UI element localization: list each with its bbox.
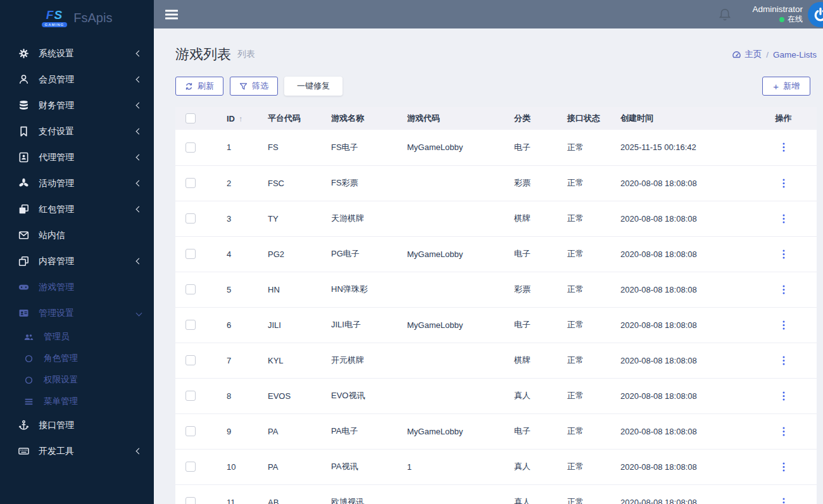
cell-category: 棋牌 — [504, 201, 557, 236]
sidebar-item[interactable]: 支付设置 — [0, 118, 154, 144]
sidebar-item[interactable]: 接口管理 — [0, 412, 154, 438]
notification-bell-icon[interactable] — [718, 7, 732, 22]
column-header-category: 分类 — [504, 107, 557, 130]
logout-power-button[interactable] — [808, 2, 823, 27]
sidebar-subitem-label: 管理员 — [44, 331, 141, 343]
row-checkbox[interactable] — [185, 249, 196, 259]
row-checkbox[interactable] — [185, 462, 196, 472]
user-name: Administrator — [752, 4, 803, 15]
row-actions-kebab-icon[interactable] — [779, 176, 789, 191]
cell-game-code: MyGameLobby — [397, 413, 504, 449]
brand-logo[interactable]: FS GAMING FsApis — [0, 0, 154, 35]
chevron-icon — [136, 448, 142, 455]
row-checkbox[interactable] — [185, 213, 196, 224]
power-icon — [814, 8, 823, 22]
topbar: Administrator 在线 — [154, 0, 823, 28]
cell-game-code — [397, 343, 504, 378]
cell-game-code — [397, 165, 504, 201]
cell-game-name: JILI电子 — [321, 307, 397, 343]
row-checkbox[interactable] — [185, 142, 196, 153]
row-checkbox[interactable] — [185, 320, 196, 330]
row-actions-kebab-icon[interactable] — [779, 282, 789, 297]
row-actions-kebab-icon[interactable] — [779, 140, 789, 154]
sidebar-item[interactable]: 管理设置 — [0, 300, 154, 326]
filter-button-label: 筛选 — [252, 80, 268, 92]
row-actions-kebab-icon[interactable] — [779, 318, 789, 332]
fs-gaming-logo-icon: FS GAMING — [42, 9, 68, 27]
sidebar-item[interactable]: 活动管理 — [0, 170, 154, 196]
filter-icon — [239, 82, 248, 91]
column-header-id[interactable]: ID↑ — [217, 107, 258, 130]
breadcrumb-home-link[interactable]: 主页 — [732, 49, 762, 60]
sidebar-item-label: 支付设置 — [39, 126, 137, 137]
cell-platform-code: JILI — [258, 307, 321, 343]
sidebar-item[interactable]: 财务管理 — [0, 92, 154, 118]
cell-id: 5 — [217, 272, 258, 307]
refresh-button[interactable]: 刷新 — [175, 77, 223, 96]
cell-id: 3 — [217, 201, 258, 236]
row-checkbox[interactable] — [185, 284, 196, 294]
online-status-label: 在线 — [788, 15, 803, 24]
row-checkbox[interactable] — [185, 178, 196, 188]
cell-category: 电子 — [504, 130, 557, 165]
row-actions-kebab-icon[interactable] — [779, 247, 789, 261]
cell-api-status: 正常 — [557, 413, 610, 449]
cell-platform-code: PG2 — [258, 236, 321, 272]
sidebar-item[interactable]: 红包管理 — [0, 196, 154, 222]
sidebar-item[interactable]: 系统设置 — [0, 41, 154, 66]
cell-game-name: EVO视讯 — [321, 378, 397, 413]
sidebar-item-label: 会员管理 — [39, 74, 137, 85]
sidebar-item[interactable]: 代理管理 — [0, 144, 154, 170]
cell-api-status: 正常 — [557, 484, 610, 504]
table-row: 5 HN HN弹珠彩 彩票 正常 2020-08-08 18:08:08 — [175, 272, 817, 307]
sidebar-item-label: 开发工具 — [39, 446, 137, 457]
cell-category: 电子 — [504, 236, 557, 272]
table-row: 3 TY 天游棋牌 棋牌 正常 2020-08-08 18:08:08 — [175, 201, 817, 236]
sidebar-subitem[interactable]: 管理员 — [0, 326, 154, 348]
cell-id: 2 — [217, 165, 258, 201]
cell-game-code: 1 — [397, 449, 504, 484]
row-actions-kebab-icon[interactable] — [779, 424, 789, 439]
sidebar: FS GAMING FsApis 系统设置 会员管理 财务管理 支付设置 代理管… — [0, 0, 154, 504]
games-table: ID↑ 平台代码 游戏名称 游戏代码 分类 接口状态 创建时间 操作 1 FS … — [175, 107, 817, 504]
cell-api-status: 正常 — [557, 130, 610, 165]
one-click-repair-button[interactable]: 一键修复 — [284, 77, 342, 96]
row-checkbox[interactable] — [185, 391, 196, 401]
cell-game-name: FS电子 — [321, 130, 397, 165]
column-header-created-at: 创建时间 — [610, 107, 750, 130]
cell-id: 10 — [217, 449, 258, 484]
row-checkbox[interactable] — [185, 497, 196, 504]
agent-card-icon — [18, 152, 29, 163]
filter-button[interactable]: 筛选 — [230, 77, 278, 96]
cell-api-status: 正常 — [557, 343, 610, 378]
sidebar-item[interactable]: 游戏管理 — [0, 274, 154, 300]
row-actions-kebab-icon[interactable] — [779, 353, 789, 368]
row-actions-kebab-icon[interactable] — [779, 495, 789, 504]
sidebar-subitem[interactable]: 权限设置 — [0, 369, 154, 391]
table-row: 9 PA PA电子 MyGameLobby 电子 正常 2020-08-08 1… — [175, 413, 817, 449]
cell-api-status: 正常 — [557, 307, 610, 343]
row-checkbox[interactable] — [185, 355, 196, 365]
row-actions-kebab-icon[interactable] — [779, 389, 789, 403]
sidebar-item[interactable]: 站内信 — [0, 222, 154, 248]
add-button[interactable]: + 新增 — [762, 77, 810, 96]
circle-icon — [23, 375, 34, 385]
row-checkbox[interactable] — [185, 426, 196, 436]
sidebar-nav: 系统设置 会员管理 财务管理 支付设置 代理管理 活动管理 红包管理 站内信 — [0, 41, 154, 464]
sidebar-item-label: 系统设置 — [39, 48, 137, 60]
row-actions-kebab-icon[interactable] — [779, 460, 789, 474]
sidebar-item[interactable]: 会员管理 — [0, 66, 154, 92]
select-all-checkbox[interactable] — [185, 113, 196, 123]
hamburger-menu-icon[interactable] — [165, 9, 178, 20]
cell-category: 真人 — [504, 449, 557, 484]
sidebar-item[interactable]: 开发工具 — [0, 438, 154, 464]
cell-game-name: HN弹珠彩 — [321, 272, 397, 307]
user-menu[interactable]: Administrator 在线 — [752, 4, 803, 25]
cell-created-at: 2020-08-08 18:08:08 — [610, 378, 750, 413]
sidebar-item-label: 游戏管理 — [39, 282, 141, 293]
sidebar-item[interactable]: 内容管理 — [0, 248, 154, 274]
sidebar-subitem[interactable]: 角色管理 — [0, 348, 154, 369]
sidebar-subitem[interactable]: 菜单管理 — [0, 391, 154, 412]
keyboard-icon — [18, 446, 29, 457]
row-actions-kebab-icon[interactable] — [779, 211, 789, 226]
